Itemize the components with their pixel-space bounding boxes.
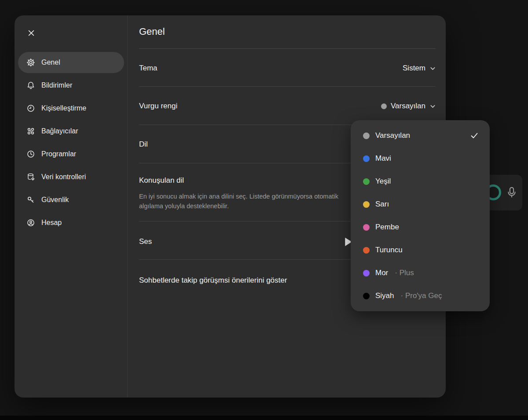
sidebar-nav: Genel Bildirimler Kişi xyxy=(18,52,124,235)
accent-color-dot xyxy=(381,103,387,109)
sidebar-item-label: Genel xyxy=(41,59,60,66)
color-dot-pink xyxy=(363,224,370,231)
sidebar-item-label: Veri kontrolleri xyxy=(41,173,86,181)
sidebar-item-label: Programlar xyxy=(41,150,76,158)
connectors-icon xyxy=(26,127,35,136)
color-dot-yellow xyxy=(363,201,370,208)
menu-item-label: Yeşil xyxy=(375,177,391,186)
voice-label: Ses xyxy=(139,237,152,246)
language-label: Dil xyxy=(139,140,148,149)
spoken-language-description: En iyi sonucu almak için ana dilini seç.… xyxy=(139,192,360,211)
sidebar-item-schedules[interactable]: Programlar xyxy=(18,144,124,165)
sidebar-item-label: Bildirimler xyxy=(41,81,72,89)
sidebar-item-label: Kişiselleştirme xyxy=(41,104,86,112)
sidebar-item-connectors[interactable]: Bağlayıcılar xyxy=(18,121,124,142)
security-icon xyxy=(26,195,35,204)
check-icon xyxy=(470,132,478,140)
color-dot-default xyxy=(363,133,370,139)
spoken-language-label: Konuşulan dil xyxy=(139,176,184,185)
menu-item-label: Siyah xyxy=(375,291,394,300)
menu-item-label: Mavi xyxy=(375,154,391,163)
microphone-icon[interactable] xyxy=(506,186,518,199)
sidebar-item-security[interactable]: Güvenlik xyxy=(18,189,124,210)
account-icon xyxy=(26,218,35,227)
menu-item-pink[interactable]: Pembe xyxy=(351,216,490,239)
accent-color-row: Vurgu rengi Varsayılan xyxy=(139,97,436,115)
sidebar-item-notifications[interactable]: Bildirimler xyxy=(18,75,124,96)
chevron-down-icon xyxy=(430,103,436,109)
menu-item-label: Turuncu xyxy=(375,246,403,254)
theme-row: Tema Sistem xyxy=(139,59,436,77)
sidebar-item-label: Hesap xyxy=(41,219,62,227)
menu-item-orange[interactable]: Turuncu xyxy=(351,239,490,262)
accent-color-select[interactable]: Varsayılan xyxy=(381,102,436,111)
color-dot-orange xyxy=(363,247,370,254)
menu-item-label: Varsayılan xyxy=(375,131,410,140)
sidebar-item-data-controls[interactable]: Veri kontrolleri xyxy=(18,166,124,188)
chevron-down-icon xyxy=(430,66,436,71)
accent-color-menu: Varsayılan Mavi Yeşil Sarı Pembe Turuncu… xyxy=(351,120,490,311)
accent-color-label: Vurgu rengi xyxy=(139,102,177,111)
settings-sidebar: Genel Bildirimler Kişi xyxy=(15,15,128,398)
color-dot-blue xyxy=(363,155,370,162)
database-gear-icon xyxy=(26,173,35,181)
followup-suggestions-label: Sohbetlerde takip görüşmsi önerilerini g… xyxy=(139,276,287,285)
sidebar-item-account[interactable]: Hesap xyxy=(18,212,124,233)
sidebar-item-label: Bağlayıcılar xyxy=(41,127,78,135)
accent-color-value: Varsayılan xyxy=(391,102,425,111)
theme-label: Tema xyxy=(139,64,158,73)
sidebar-item-general[interactable]: Genel xyxy=(18,52,124,73)
menu-item-label: Pembe xyxy=(375,223,399,232)
menu-item-default[interactable]: Varsayılan xyxy=(351,124,490,147)
divider xyxy=(139,48,436,49)
menu-item-label: Mor xyxy=(375,269,388,277)
gear-icon xyxy=(26,58,35,67)
color-dot-black xyxy=(363,293,370,299)
divider xyxy=(139,86,436,87)
close-icon[interactable] xyxy=(24,26,38,40)
screen-bottom-edge xyxy=(0,416,528,420)
color-dot-purple xyxy=(363,270,370,276)
menu-item-purple[interactable]: Mor · Plus xyxy=(351,262,490,284)
menu-item-black[interactable]: Siyah · Pro'ya Geç xyxy=(351,284,490,307)
sidebar-item-label: Güvenlik xyxy=(41,196,69,204)
bell-icon xyxy=(26,81,35,90)
clock-icon xyxy=(26,150,35,158)
sidebar-item-personalization[interactable]: Kişiselleştirme xyxy=(18,98,124,119)
theme-value: Sistem xyxy=(403,64,425,73)
menu-item-label: Sarı xyxy=(375,200,389,209)
page-title: Genel xyxy=(139,26,165,37)
theme-select[interactable]: Sistem xyxy=(403,64,436,73)
personalization-icon xyxy=(26,104,35,113)
menu-item-yellow[interactable]: Sarı xyxy=(351,193,490,216)
menu-item-green[interactable]: Yeşil xyxy=(351,170,490,193)
plan-badge: · Plus xyxy=(395,269,414,277)
color-dot-green xyxy=(363,178,370,185)
menu-item-blue[interactable]: Mavi xyxy=(351,147,490,170)
plan-badge: · Pro'ya Geç xyxy=(401,291,442,300)
